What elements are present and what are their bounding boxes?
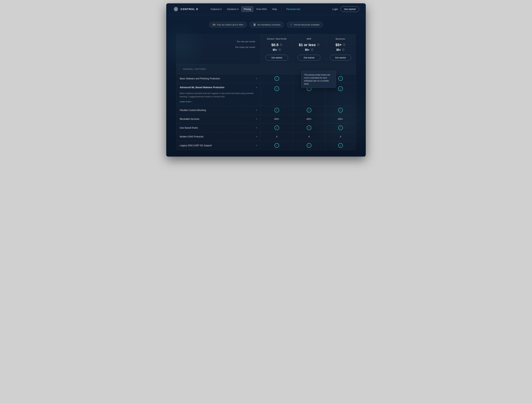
plan-name-business: Business bbox=[328, 38, 353, 40]
svg-point-3 bbox=[175, 9, 176, 10]
info-icon-msp-user[interactable]: ⓘ bbox=[317, 43, 319, 46]
check-icon-flexible-plan0: ✓ bbox=[274, 108, 279, 112]
plan-header-msp: MSP $1 or less ⓘ $5+ ⓘ Get started bbox=[293, 34, 325, 64]
per-router-price-msp: $5+ ⓘ bbox=[296, 48, 322, 52]
nav-solutions[interactable]: Solutions ▾ bbox=[225, 6, 241, 12]
feature-row-legacy-dns: Legacy DNS (UDP 53) Support ▾ ✓ ✓ ✓ bbox=[176, 141, 356, 150]
info-icon-school-router[interactable]: ⓘ bbox=[279, 48, 281, 52]
info-icon-business-user[interactable]: ⓘ bbox=[343, 43, 345, 46]
plan-name-msp: MSP bbox=[296, 38, 322, 40]
pills-row: 💳 Pay via Credit Card or Wire 📋 No manda… bbox=[176, 22, 356, 28]
discount-icon: 🛡 bbox=[290, 23, 293, 26]
login-button[interactable]: Login bbox=[332, 8, 338, 11]
feature-basic-malware-name: Basic Malware and Phishing Protection bbox=[180, 77, 220, 80]
tooltip-box: This pricing model means the cost is cal… bbox=[301, 71, 336, 88]
logo-text: CONTROL D bbox=[181, 8, 198, 11]
modern-dns-value-plan2: 4 bbox=[340, 135, 341, 138]
nav-free-dns[interactable]: Free DNS bbox=[254, 6, 269, 12]
plan-header-row: Per user per month Per router per month … bbox=[176, 34, 356, 64]
chevron-down-icon-blockable: ▾ bbox=[256, 118, 257, 120]
nav-personal-use[interactable]: Personal Use bbox=[284, 6, 303, 12]
per-router-label: Per router per month bbox=[180, 46, 257, 48]
nav-features[interactable]: Features ▾ bbox=[208, 6, 224, 12]
nav-divider bbox=[281, 7, 282, 12]
logo[interactable]: CONTROL D bbox=[173, 6, 198, 12]
feature-modern-dns-name: Modern DNS Protocols bbox=[180, 135, 203, 138]
per-user-price-business: $5+ ⓘ bbox=[328, 43, 353, 47]
nav-right: Login Get started bbox=[332, 6, 359, 12]
nav-pricing[interactable]: Pricing bbox=[241, 6, 253, 12]
info-icon-msp-router[interactable]: ⓘ bbox=[311, 48, 313, 52]
per-router-price-business: $5+ ⓘ bbox=[328, 48, 353, 52]
per-user-price-school: $0.5 ⓘ bbox=[263, 43, 290, 47]
chevron-down-icon-basic-malware: ▾ bbox=[256, 77, 257, 80]
feature-basic-malware-cell[interactable]: Basic Malware and Phishing Protection ▾ bbox=[176, 74, 260, 83]
check-icon-advanced-ml-plan0: ✓ bbox=[274, 86, 279, 91]
feature-geo-rules-name: Geo Based Rules bbox=[180, 126, 198, 129]
nav-help[interactable]: Help bbox=[270, 6, 279, 12]
modern-dns-value-plan1: 4 bbox=[308, 135, 310, 138]
per-user-label: Per user per month bbox=[180, 40, 257, 43]
info-icon-business-router[interactable]: ⓘ bbox=[342, 48, 344, 52]
get-started-nav-button[interactable]: Get started bbox=[341, 6, 359, 12]
per-user-price-msp: $1 or less ⓘ bbox=[296, 43, 322, 47]
chevron-down-icon-geo: ▾ bbox=[256, 127, 257, 129]
chevron-down-icon-flexible: ▾ bbox=[256, 109, 257, 111]
feature-legacy-dns-name: Legacy DNS (UDP 53) Support bbox=[180, 144, 212, 147]
check-icon-advanced-ml-plan2: ✓ bbox=[338, 86, 343, 91]
get-started-school-button[interactable]: Get started bbox=[265, 55, 288, 61]
pill-payment: 💳 Pay via Credit Card or Wire bbox=[209, 22, 247, 28]
tooltip-text: This pricing model means the cost is cal… bbox=[304, 74, 330, 85]
feature-row-modern-dns: Modern DNS Protocols ▾ 4 4 4 bbox=[176, 132, 356, 141]
feature-modern-dns-cell[interactable]: Modern DNS Protocols ▾ bbox=[176, 132, 260, 141]
feature-blockable-services-name: Blockable Services bbox=[180, 118, 199, 120]
feature-row-geo-rules: Geo Based Rules ▾ ✓ ✓ ✓ bbox=[176, 124, 356, 132]
feature-blockable-services-cell[interactable]: Blockable Services ▾ bbox=[176, 115, 260, 123]
feature-legacy-dns-cell[interactable]: Legacy DNS (UDP 53) Support ▾ bbox=[176, 141, 260, 150]
feature-advanced-ml-name: Advanced ML Based Malware Protection bbox=[180, 86, 224, 89]
chevron-down-icon-legacy-dns: ▾ bbox=[256, 144, 257, 147]
plan-header-business: Business $5+ ⓘ $5+ ⓘ Get started bbox=[325, 34, 356, 64]
plan-header-school: School / Non-Profit $0.5 ⓘ $5+ ⓘ Get sta… bbox=[261, 34, 293, 64]
check-icon-geo-plan2: ✓ bbox=[338, 125, 343, 130]
feature-flexible-content-name: Flexible Content Blocking bbox=[180, 109, 206, 111]
pill-payment-text: Pay via Credit Card or Wire bbox=[217, 23, 243, 26]
feature-geo-rules-cell[interactable]: Geo Based Rules ▾ bbox=[176, 124, 260, 132]
feature-advanced-ml-desc: Block malicious domains that don't appea… bbox=[180, 92, 257, 98]
feature-advanced-ml-cell[interactable]: Advanced ML Based Malware Protection ▴ bbox=[176, 83, 260, 92]
check-icon-legacy-dns-plan0: ✓ bbox=[274, 143, 279, 148]
pill-discounts-text: Annual discounts available bbox=[294, 23, 320, 26]
navbar: CONTROL D Features ▾ Solutions ▾ Pricing… bbox=[166, 3, 366, 15]
plan-name-school: School / Non-Profit bbox=[263, 38, 290, 40]
feature-flexible-content-cell[interactable]: Flexible Content Blocking ▾ bbox=[176, 106, 260, 115]
check-icon-basic-malware-plan0: ✓ bbox=[274, 76, 279, 81]
pill-contracts: 📋 No mandatory contracts bbox=[250, 22, 284, 28]
feature-advanced-ml-expanded: Block malicious domains that don't appea… bbox=[176, 92, 260, 106]
nav-links: Features ▾ Solutions ▾ Pricing Free DNS … bbox=[208, 6, 332, 12]
check-icon-geo-plan0: ✓ bbox=[274, 125, 279, 130]
check-icon-basic-malware-plan2: ✓ bbox=[338, 76, 343, 81]
chevron-down-icon-modern-dns: ▾ bbox=[256, 136, 257, 138]
blockable-value-plan1: 400+ bbox=[306, 118, 312, 120]
check-icon-flexible-plan2: ✓ bbox=[338, 108, 343, 112]
check-icon-geo-plan1: ✓ bbox=[307, 125, 311, 130]
get-started-msp-button[interactable]: Get started bbox=[298, 55, 320, 61]
app-window: CONTROL D Features ▾ Solutions ▾ Pricing… bbox=[166, 3, 366, 156]
main-content: 💳 Pay via Credit Card or Wire 📋 No manda… bbox=[166, 15, 366, 156]
chevron-up-icon-advanced-ml: ▴ bbox=[256, 86, 257, 89]
pricing-table: Per user per month Per router per month … bbox=[176, 34, 356, 150]
blockable-value-plan2: 400+ bbox=[338, 118, 343, 120]
check-icon-legacy-dns-plan1: ✓ bbox=[307, 143, 311, 148]
blockable-value-plan0: 400+ bbox=[274, 118, 279, 120]
get-started-business-button[interactable]: Get started bbox=[330, 55, 351, 61]
feature-row-blockable-services: Blockable Services ▾ 400+ 400+ 400+ bbox=[176, 115, 356, 124]
check-icon-legacy-dns-plan2: ✓ bbox=[338, 143, 343, 148]
contract-icon: 📋 bbox=[253, 23, 256, 26]
pill-discounts: 🛡 Annual discounts available bbox=[287, 22, 323, 28]
feature-row-flexible-content: Flexible Content Blocking ▾ ✓ ✓ ✓ bbox=[176, 106, 356, 115]
learn-more-link[interactable]: Learn more › bbox=[180, 100, 192, 103]
pill-contracts-text: No mandatory contracts bbox=[258, 23, 280, 26]
chevron-right-icon: › bbox=[191, 100, 192, 103]
info-icon-school-user[interactable]: ⓘ bbox=[280, 43, 282, 46]
check-icon-flexible-plan1: ✓ bbox=[307, 108, 311, 112]
